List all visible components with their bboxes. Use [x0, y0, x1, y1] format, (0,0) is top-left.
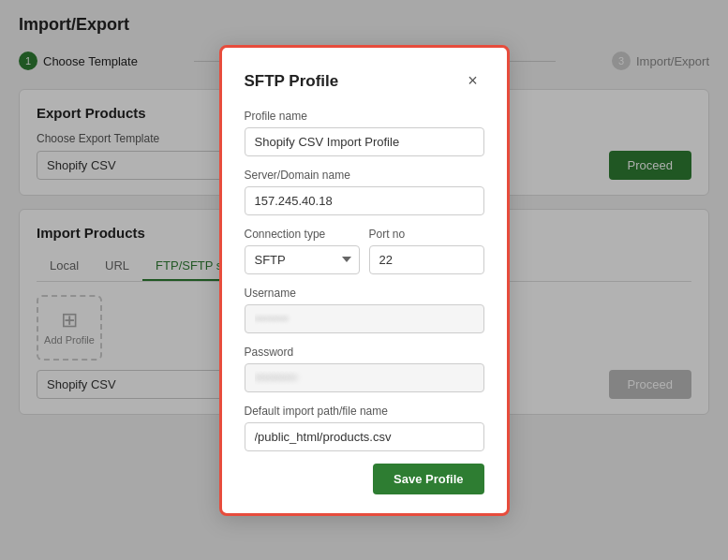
port-label: Port no: [369, 228, 484, 241]
password-label: Password: [245, 346, 484, 359]
username-input[interactable]: [245, 304, 484, 333]
port-group: Port no: [369, 228, 484, 274]
connection-port-row: Connection type FTP SFTP Port no: [245, 228, 484, 287]
modal-title: SFTP Profile: [245, 72, 339, 91]
server-name-input[interactable]: [245, 186, 484, 215]
username-label: Username: [245, 287, 484, 300]
modal-header: SFTP Profile ×: [245, 70, 484, 93]
modal-overlay[interactable]: SFTP Profile × Profile name Server/Domai…: [0, 0, 728, 560]
profile-name-input[interactable]: [245, 127, 484, 156]
server-name-label: Server/Domain name: [245, 169, 484, 182]
server-name-group: Server/Domain name: [245, 169, 484, 215]
port-input[interactable]: [369, 245, 484, 274]
modal-footer: Save Profile: [245, 464, 484, 494]
default-path-input[interactable]: [245, 422, 484, 451]
save-profile-button[interactable]: Save Profile: [373, 464, 483, 494]
password-group: Password: [245, 346, 484, 392]
profile-name-label: Profile name: [245, 110, 484, 123]
default-path-label: Default import path/file name: [245, 405, 484, 418]
sftp-profile-modal: SFTP Profile × Profile name Server/Domai…: [219, 45, 510, 516]
username-group: Username: [245, 287, 484, 333]
password-input[interactable]: [245, 363, 484, 392]
profile-name-group: Profile name: [245, 110, 484, 156]
modal-close-button[interactable]: ×: [462, 70, 484, 93]
connection-type-select[interactable]: FTP SFTP: [245, 245, 360, 274]
connection-type-group: Connection type FTP SFTP: [245, 228, 360, 274]
connection-type-label: Connection type: [245, 228, 360, 241]
default-path-group: Default import path/file name: [245, 405, 484, 451]
